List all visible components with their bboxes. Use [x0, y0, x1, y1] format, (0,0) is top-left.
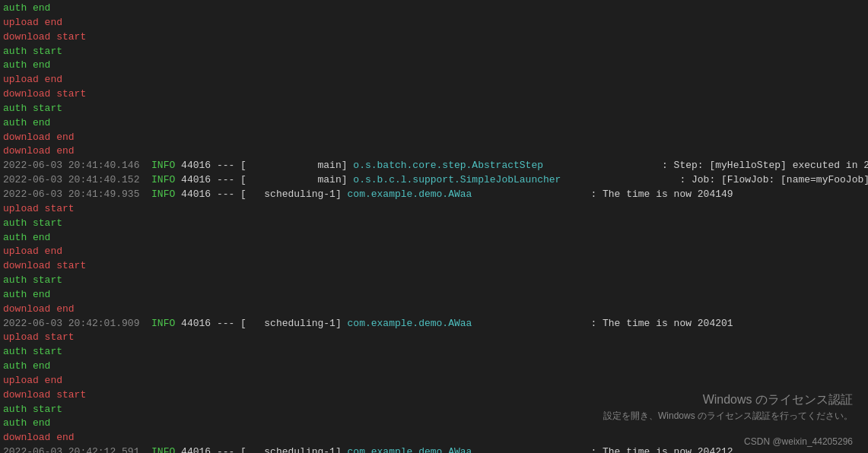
log-line: download end — [0, 131, 868, 145]
log-line: upload end — [0, 16, 868, 30]
log-line: download start — [0, 259, 868, 274]
log-line: 2022-06-03 20:41:40.146 INFO 44016 --- [… — [0, 159, 868, 173]
log-line: download end — [0, 303, 868, 317]
console-area: auth endupload enddownload startauth sta… — [0, 0, 868, 453]
log-line: 2022-06-03 20:41:49.935 INFO 44016 --- [… — [0, 188, 868, 202]
log-line: auth end — [0, 2, 868, 16]
log-line: upload end — [0, 245, 868, 259]
log-line: upload start — [0, 202, 868, 217]
watermark-csdn: CSDN @weixin_44205296 — [744, 436, 853, 447]
log-line: 2022-06-03 20:41:40.152 INFO 44016 --- [… — [0, 173, 868, 188]
log-line: auth start — [0, 102, 868, 116]
log-line: download start — [0, 87, 868, 102]
log-line: auth start — [0, 274, 868, 288]
watermark-subtitle: 設定を開き、Windows のライセンス認証を行ってください。 — [603, 410, 853, 423]
log-line: auth start — [0, 217, 868, 231]
log-line: download end — [0, 144, 868, 159]
log-line: upload end — [0, 374, 868, 388]
log-line: auth start — [0, 345, 868, 360]
log-line: download start — [0, 30, 868, 45]
log-line: download end — [0, 431, 868, 445]
log-line: auth end — [0, 231, 868, 246]
log-line: upload start — [0, 331, 868, 345]
log-line: auth end — [0, 360, 868, 374]
log-line: 2022-06-03 20:42:01.909 INFO 44016 --- [… — [0, 317, 868, 331]
log-line: auth end — [0, 288, 868, 303]
watermark-area: Windows のライセンス認証 設定を開き、Windows のライセンス認証を… — [603, 392, 853, 423]
watermark-title: Windows のライセンス認証 — [603, 392, 853, 408]
log-line: auth start — [0, 45, 868, 59]
log-line: upload end — [0, 73, 868, 87]
log-line: auth end — [0, 59, 868, 73]
log-line: auth end — [0, 116, 868, 131]
log-line: 2022-06-03 20:42:12.591 INFO 44016 --- [… — [0, 445, 868, 453]
